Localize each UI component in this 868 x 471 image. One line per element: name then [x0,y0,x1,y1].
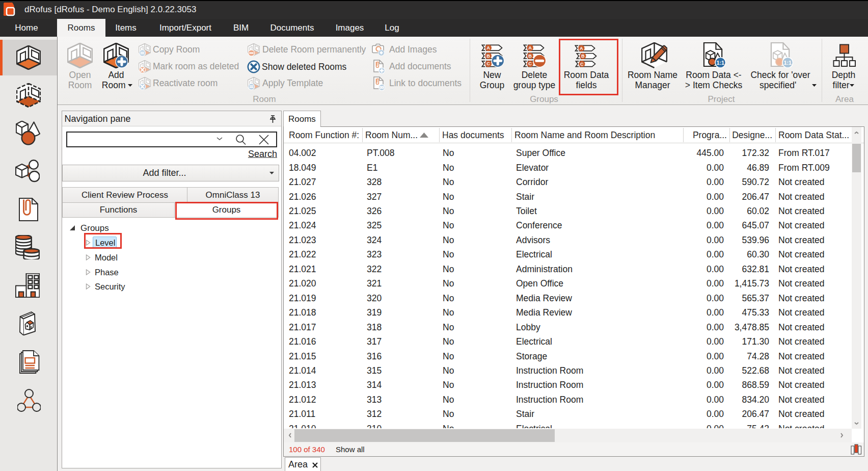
svg-text:1:1: 1:1 [716,60,724,66]
svg-text:1:1: 1:1 [783,60,792,66]
svg-text:A: A [486,45,490,50]
svg-text:B: B [528,54,532,59]
svg-text:B: B [486,54,490,59]
svg-text:C: C [486,61,490,66]
svg-text:A: A [528,45,532,50]
svg-text:C: C [528,61,532,66]
